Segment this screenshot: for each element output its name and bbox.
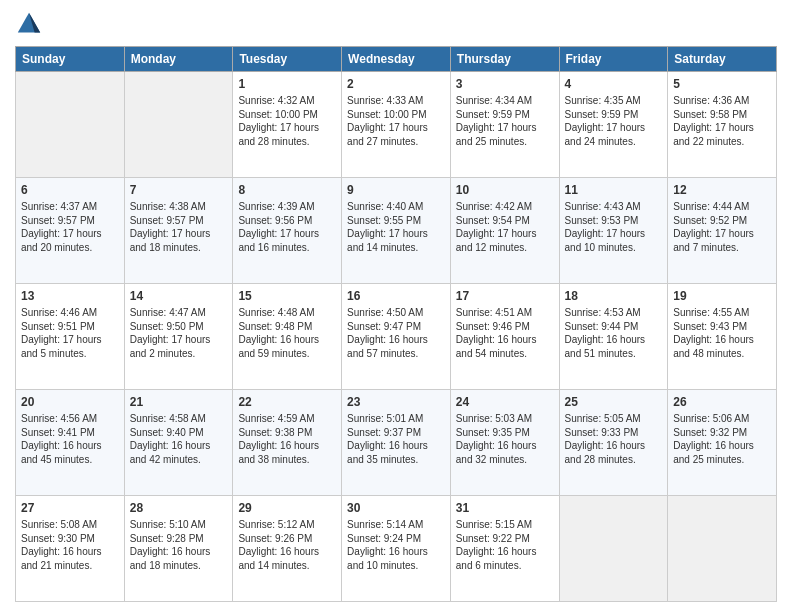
day-info: Sunrise: 4:36 AM Sunset: 9:58 PM Dayligh… [673, 95, 754, 147]
calendar-cell: 6Sunrise: 4:37 AM Sunset: 9:57 PM Daylig… [16, 178, 125, 284]
day-number: 5 [673, 76, 771, 92]
cell-content: 9Sunrise: 4:40 AM Sunset: 9:55 PM Daylig… [347, 182, 445, 253]
day-number: 18 [565, 288, 663, 304]
day-info: Sunrise: 4:48 AM Sunset: 9:48 PM Dayligh… [238, 307, 319, 359]
day-number: 7 [130, 182, 228, 198]
calendar-cell: 28Sunrise: 5:10 AM Sunset: 9:28 PM Dayli… [124, 496, 233, 602]
calendar-cell: 10Sunrise: 4:42 AM Sunset: 9:54 PM Dayli… [450, 178, 559, 284]
calendar-cell: 22Sunrise: 4:59 AM Sunset: 9:38 PM Dayli… [233, 390, 342, 496]
cell-content: 21Sunrise: 4:58 AM Sunset: 9:40 PM Dayli… [130, 394, 228, 465]
day-info: Sunrise: 4:53 AM Sunset: 9:44 PM Dayligh… [565, 307, 646, 359]
day-number: 31 [456, 500, 554, 516]
cell-content: 19Sunrise: 4:55 AM Sunset: 9:43 PM Dayli… [673, 288, 771, 359]
cell-content: 10Sunrise: 4:42 AM Sunset: 9:54 PM Dayli… [456, 182, 554, 253]
day-info: Sunrise: 5:06 AM Sunset: 9:32 PM Dayligh… [673, 413, 754, 465]
header [15, 10, 777, 38]
day-info: Sunrise: 4:32 AM Sunset: 10:00 PM Daylig… [238, 95, 319, 147]
day-info: Sunrise: 4:34 AM Sunset: 9:59 PM Dayligh… [456, 95, 537, 147]
day-number: 13 [21, 288, 119, 304]
calendar-cell: 14Sunrise: 4:47 AM Sunset: 9:50 PM Dayli… [124, 284, 233, 390]
calendar-cell: 27Sunrise: 5:08 AM Sunset: 9:30 PM Dayli… [16, 496, 125, 602]
cell-content: 30Sunrise: 5:14 AM Sunset: 9:24 PM Dayli… [347, 500, 445, 571]
calendar-cell: 5Sunrise: 4:36 AM Sunset: 9:58 PM Daylig… [668, 72, 777, 178]
day-number: 2 [347, 76, 445, 92]
cell-content: 7Sunrise: 4:38 AM Sunset: 9:57 PM Daylig… [130, 182, 228, 253]
cell-content: 16Sunrise: 4:50 AM Sunset: 9:47 PM Dayli… [347, 288, 445, 359]
calendar-cell: 11Sunrise: 4:43 AM Sunset: 9:53 PM Dayli… [559, 178, 668, 284]
calendar-cell: 25Sunrise: 5:05 AM Sunset: 9:33 PM Dayli… [559, 390, 668, 496]
week-row-5: 27Sunrise: 5:08 AM Sunset: 9:30 PM Dayli… [16, 496, 777, 602]
day-info: Sunrise: 5:08 AM Sunset: 9:30 PM Dayligh… [21, 519, 102, 571]
page: SundayMondayTuesdayWednesdayThursdayFrid… [0, 0, 792, 612]
day-info: Sunrise: 5:10 AM Sunset: 9:28 PM Dayligh… [130, 519, 211, 571]
calendar-cell: 24Sunrise: 5:03 AM Sunset: 9:35 PM Dayli… [450, 390, 559, 496]
day-info: Sunrise: 4:35 AM Sunset: 9:59 PM Dayligh… [565, 95, 646, 147]
calendar-cell: 26Sunrise: 5:06 AM Sunset: 9:32 PM Dayli… [668, 390, 777, 496]
calendar-cell: 9Sunrise: 4:40 AM Sunset: 9:55 PM Daylig… [342, 178, 451, 284]
cell-content: 4Sunrise: 4:35 AM Sunset: 9:59 PM Daylig… [565, 76, 663, 147]
cell-content: 15Sunrise: 4:48 AM Sunset: 9:48 PM Dayli… [238, 288, 336, 359]
day-number: 20 [21, 394, 119, 410]
col-header-thursday: Thursday [450, 47, 559, 72]
day-info: Sunrise: 5:15 AM Sunset: 9:22 PM Dayligh… [456, 519, 537, 571]
calendar-cell [559, 496, 668, 602]
day-number: 29 [238, 500, 336, 516]
day-number: 25 [565, 394, 663, 410]
week-row-4: 20Sunrise: 4:56 AM Sunset: 9:41 PM Dayli… [16, 390, 777, 496]
calendar-cell: 23Sunrise: 5:01 AM Sunset: 9:37 PM Dayli… [342, 390, 451, 496]
calendar-cell [124, 72, 233, 178]
logo [15, 10, 47, 38]
col-header-monday: Monday [124, 47, 233, 72]
week-row-3: 13Sunrise: 4:46 AM Sunset: 9:51 PM Dayli… [16, 284, 777, 390]
calendar-cell [668, 496, 777, 602]
week-row-2: 6Sunrise: 4:37 AM Sunset: 9:57 PM Daylig… [16, 178, 777, 284]
day-number: 12 [673, 182, 771, 198]
day-info: Sunrise: 5:12 AM Sunset: 9:26 PM Dayligh… [238, 519, 319, 571]
day-info: Sunrise: 4:33 AM Sunset: 10:00 PM Daylig… [347, 95, 428, 147]
day-info: Sunrise: 4:40 AM Sunset: 9:55 PM Dayligh… [347, 201, 428, 253]
day-info: Sunrise: 5:01 AM Sunset: 9:37 PM Dayligh… [347, 413, 428, 465]
cell-content: 22Sunrise: 4:59 AM Sunset: 9:38 PM Dayli… [238, 394, 336, 465]
header-row: SundayMondayTuesdayWednesdayThursdayFrid… [16, 47, 777, 72]
col-header-sunday: Sunday [16, 47, 125, 72]
calendar-cell: 21Sunrise: 4:58 AM Sunset: 9:40 PM Dayli… [124, 390, 233, 496]
col-header-tuesday: Tuesday [233, 47, 342, 72]
day-info: Sunrise: 4:55 AM Sunset: 9:43 PM Dayligh… [673, 307, 754, 359]
cell-content: 23Sunrise: 5:01 AM Sunset: 9:37 PM Dayli… [347, 394, 445, 465]
day-number: 10 [456, 182, 554, 198]
cell-content: 2Sunrise: 4:33 AM Sunset: 10:00 PM Dayli… [347, 76, 445, 147]
day-number: 1 [238, 76, 336, 92]
calendar-cell: 19Sunrise: 4:55 AM Sunset: 9:43 PM Dayli… [668, 284, 777, 390]
day-number: 28 [130, 500, 228, 516]
calendar-cell: 13Sunrise: 4:46 AM Sunset: 9:51 PM Dayli… [16, 284, 125, 390]
cell-content: 14Sunrise: 4:47 AM Sunset: 9:50 PM Dayli… [130, 288, 228, 359]
cell-content: 13Sunrise: 4:46 AM Sunset: 9:51 PM Dayli… [21, 288, 119, 359]
cell-content: 25Sunrise: 5:05 AM Sunset: 9:33 PM Dayli… [565, 394, 663, 465]
day-number: 14 [130, 288, 228, 304]
calendar-cell: 1Sunrise: 4:32 AM Sunset: 10:00 PM Dayli… [233, 72, 342, 178]
day-number: 21 [130, 394, 228, 410]
cell-content: 20Sunrise: 4:56 AM Sunset: 9:41 PM Dayli… [21, 394, 119, 465]
day-info: Sunrise: 4:44 AM Sunset: 9:52 PM Dayligh… [673, 201, 754, 253]
cell-content: 3Sunrise: 4:34 AM Sunset: 9:59 PM Daylig… [456, 76, 554, 147]
day-number: 30 [347, 500, 445, 516]
day-info: Sunrise: 4:42 AM Sunset: 9:54 PM Dayligh… [456, 201, 537, 253]
cell-content: 1Sunrise: 4:32 AM Sunset: 10:00 PM Dayli… [238, 76, 336, 147]
day-number: 11 [565, 182, 663, 198]
day-info: Sunrise: 4:39 AM Sunset: 9:56 PM Dayligh… [238, 201, 319, 253]
day-info: Sunrise: 5:05 AM Sunset: 9:33 PM Dayligh… [565, 413, 646, 465]
day-info: Sunrise: 4:59 AM Sunset: 9:38 PM Dayligh… [238, 413, 319, 465]
logo-icon [15, 10, 43, 38]
day-number: 17 [456, 288, 554, 304]
col-header-wednesday: Wednesday [342, 47, 451, 72]
calendar-cell [16, 72, 125, 178]
calendar-cell: 29Sunrise: 5:12 AM Sunset: 9:26 PM Dayli… [233, 496, 342, 602]
day-info: Sunrise: 5:14 AM Sunset: 9:24 PM Dayligh… [347, 519, 428, 571]
calendar-cell: 4Sunrise: 4:35 AM Sunset: 9:59 PM Daylig… [559, 72, 668, 178]
cell-content: 24Sunrise: 5:03 AM Sunset: 9:35 PM Dayli… [456, 394, 554, 465]
day-info: Sunrise: 4:51 AM Sunset: 9:46 PM Dayligh… [456, 307, 537, 359]
day-info: Sunrise: 4:46 AM Sunset: 9:51 PM Dayligh… [21, 307, 102, 359]
day-number: 3 [456, 76, 554, 92]
calendar-cell: 8Sunrise: 4:39 AM Sunset: 9:56 PM Daylig… [233, 178, 342, 284]
cell-content: 27Sunrise: 5:08 AM Sunset: 9:30 PM Dayli… [21, 500, 119, 571]
